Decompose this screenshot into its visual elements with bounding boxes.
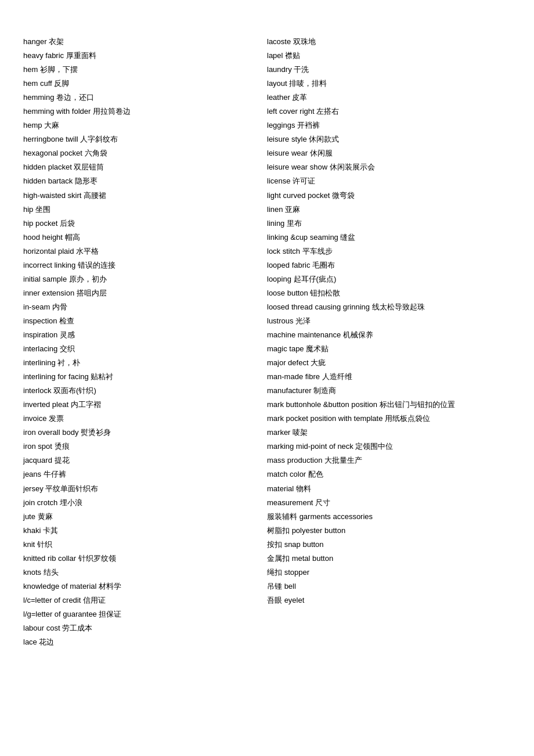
term-zh: 服装辅料 <box>267 512 297 521</box>
list-item: manufacturer 制造商 <box>267 384 511 398</box>
term-zh: 信用证 <box>83 596 106 604</box>
list-item: incorrect linking 错误的连接 <box>23 258 267 272</box>
term-zh: 吊锺 <box>267 582 282 591</box>
term-en: inverted pleat <box>23 400 68 409</box>
term-en: inner extension <box>23 289 74 297</box>
list-item: inverted pleat 内工字褶 <box>23 398 267 412</box>
term-en: snap button <box>284 540 324 549</box>
list-item: knowledge of material 材料学 <box>23 579 267 593</box>
term-en: high-waisted skirt <box>23 191 81 200</box>
term-en: interlock <box>23 386 51 395</box>
term-en: knit <box>23 540 35 549</box>
list-item: 树脂扣 polyester button <box>267 524 511 538</box>
term-zh: 劳工成本 <box>62 624 92 632</box>
list-item: iron overall body 熨烫衫身 <box>23 426 267 440</box>
list-item: heavy fabric 厚重面料 <box>23 49 267 63</box>
term-en: machine maintenance <box>267 330 341 339</box>
term-en: invoice <box>23 414 46 423</box>
term-en: l/c=letter of credit <box>23 596 81 604</box>
list-item: invoice 发票 <box>23 412 267 426</box>
term-zh: 用纸板点袋位 <box>385 414 430 423</box>
list-item: leisure wear show 休闲装展示会 <box>267 160 511 174</box>
term-en: interlining <box>23 358 56 367</box>
term-zh: 牛仔裤 <box>44 470 66 478</box>
list-item: hemming with folder 用拉筒卷边 <box>23 105 267 118</box>
term-en: leather <box>267 93 290 102</box>
term-zh: 原办，初办 <box>69 275 107 283</box>
list-item: 吾眼 eyelet <box>267 593 511 607</box>
list-item: looped fabric 毛圈布 <box>267 258 511 272</box>
term-en: left cover right <box>267 107 315 116</box>
term-zh: 标出钮门与钮扣的位置 <box>380 400 455 409</box>
term-en: hanger <box>23 37 46 46</box>
term-en: jersey <box>23 484 44 493</box>
term-en: initial sample <box>23 275 67 283</box>
term-en: inspection <box>23 316 57 325</box>
list-item: horizontal plaid 水平格 <box>23 244 267 258</box>
term-zh: 反脚 <box>54 79 69 88</box>
term-en: hexagonal pocket <box>23 149 82 157</box>
term-zh: 内工字褶 <box>71 400 101 409</box>
term-zh: 双层钮筒 <box>74 163 104 171</box>
term-zh: 亚麻 <box>285 205 300 214</box>
term-en: knowledge of material <box>23 582 96 591</box>
term-en: hip pocket <box>23 219 57 228</box>
term-zh: 光泽 <box>295 316 311 325</box>
term-zh: 绳扣 <box>267 568 282 577</box>
list-item: 按扣 snap button <box>267 538 511 552</box>
term-zh: 担保证 <box>99 610 121 618</box>
list-item: linking &cup seaming 缝盆 <box>267 231 511 244</box>
term-zh: 双珠地 <box>293 37 316 46</box>
list-item: mark buttonhole &button position 标出钮门与钮扣… <box>267 398 511 412</box>
list-item: 金属扣 metal button <box>267 552 511 566</box>
list-item: knitted rib collar 针织罗纹领 <box>23 552 267 566</box>
term-en: interlining for facing <box>23 372 89 381</box>
term-en: magic tape <box>267 344 304 353</box>
list-item: jeans 牛仔裤 <box>23 467 267 481</box>
list-item: hood height 帽高 <box>23 231 267 244</box>
term-zh: 吾眼 <box>267 596 282 604</box>
term-en: interlacing <box>23 344 57 353</box>
term-en: lining <box>267 219 284 228</box>
term-en: polyester button <box>292 526 346 535</box>
term-zh: 尺寸 <box>315 498 330 507</box>
term-zh: 襟贴 <box>285 51 300 60</box>
term-en: incorrect linking <box>23 261 75 269</box>
list-item: 绳扣 stopper <box>267 566 511 579</box>
list-item: layout 排唛，排料 <box>267 77 511 91</box>
term-en: looping <box>267 275 291 283</box>
term-zh: 休闲款式 <box>309 135 339 143</box>
term-en: khaki <box>23 526 41 535</box>
list-item: l/g=letter of guarantee 担保证 <box>23 607 267 621</box>
list-item: hem cuff 反脚 <box>23 77 267 91</box>
term-en: garments accessories <box>300 512 373 521</box>
term-en: herringbone twill <box>23 135 78 143</box>
term-en: lustrous <box>267 316 294 325</box>
term-zh: 左搭右 <box>316 107 339 116</box>
term-zh: 金属扣 <box>267 554 290 563</box>
list-item: 吊锺 bell <box>267 579 511 593</box>
list-item: jacquard 提花 <box>23 453 267 467</box>
term-en: inspiration <box>23 330 57 339</box>
list-item: knit 针织 <box>23 538 267 552</box>
term-zh: 内骨 <box>52 303 67 311</box>
term-en: hemp <box>23 121 42 129</box>
list-item: hemp 大麻 <box>23 118 267 132</box>
term-zh: 烫痕 <box>55 442 70 451</box>
term-zh: 唛架 <box>293 428 308 437</box>
term-en: jute <box>23 512 35 521</box>
term-zh: 衣架 <box>49 37 64 46</box>
term-en: metal button <box>292 554 334 563</box>
left-column: hanger 衣架heavy fabric 厚重面料hem 衫脚，下摆hem c… <box>23 35 267 649</box>
list-item: man-made fibre 人造纤维 <box>267 370 511 384</box>
term-zh: 针织 <box>37 540 52 549</box>
term-en: lacoste <box>267 37 291 46</box>
term-zh: 花边 <box>39 638 54 646</box>
list-item: leggings 开裆裤 <box>267 118 511 132</box>
list-item: interlining 衬，朴 <box>23 356 267 370</box>
term-zh: 错误的连接 <box>78 261 116 269</box>
term-en: knitted rib collar <box>23 554 76 563</box>
term-zh: 开裆裤 <box>297 121 320 129</box>
term-zh: 物料 <box>296 484 311 493</box>
term-en: mark pocket position with template <box>267 414 383 423</box>
